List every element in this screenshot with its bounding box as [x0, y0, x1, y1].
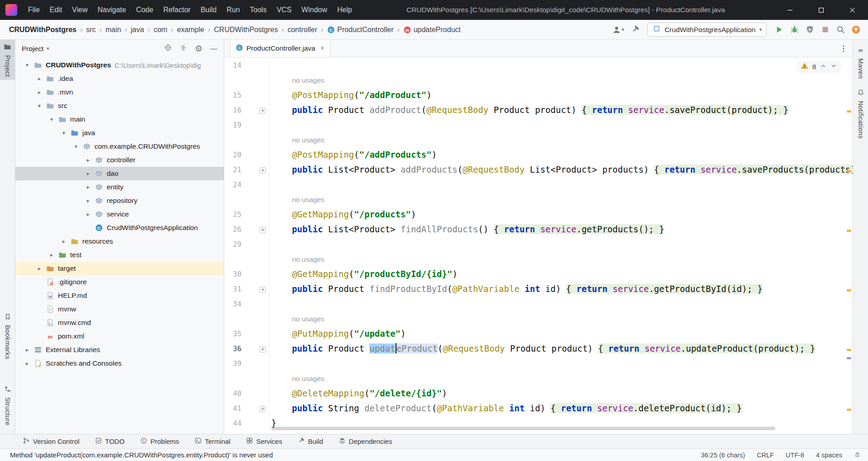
code-line[interactable]: 19	[224, 118, 853, 132]
previous-warning-button[interactable]	[820, 63, 826, 71]
code-line[interactable]: 15 @PostMapping("/addProduct")	[224, 88, 853, 103]
chevron-collapsed-icon[interactable]: ▸	[34, 75, 45, 82]
error-stripe[interactable]	[847, 57, 851, 434]
code-editor[interactable]: 14no usages15 @PostMapping("/addProduct"…	[224, 57, 853, 434]
run-configuration-select[interactable]: CrudWithPostgresApplication ▾	[647, 23, 767, 37]
chevron-expanded-icon[interactable]: ▾	[58, 130, 69, 136]
fold-marker-icon[interactable]: +	[259, 167, 266, 174]
chevron-collapsed-icon[interactable]: ▸	[58, 238, 69, 245]
chevron-collapsed-icon[interactable]: ▸	[34, 89, 45, 95]
search-everywhere-button[interactable]	[836, 25, 845, 34]
inlay-hint-line[interactable]: no usages	[224, 132, 853, 147]
menu-code[interactable]: Code	[131, 0, 158, 20]
fold-marker-icon[interactable]: +	[259, 227, 266, 233]
tree-item-mvnw[interactable]: mvnw	[15, 302, 224, 316]
breadcrumb-item-example[interactable]: example	[177, 26, 204, 34]
tree-item-entity[interactable]: ▸entity	[15, 180, 224, 194]
tree-item-target[interactable]: ▸target	[15, 262, 224, 275]
tree-item-com-example-crudwithpostgres[interactable]: ▾com.example.CRUDWithPostgres	[15, 140, 224, 153]
menu-view[interactable]: View	[67, 0, 92, 20]
chevron-collapsed-icon[interactable]: ▸	[83, 211, 94, 217]
build-project-button[interactable]	[630, 25, 640, 34]
close-button[interactable]	[837, 0, 868, 20]
panel-title[interactable]: Project	[22, 45, 43, 53]
maximize-button[interactable]	[806, 0, 837, 20]
menu-help[interactable]: Help	[332, 0, 357, 20]
chevron-collapsed-icon[interactable]: ▸	[83, 170, 94, 177]
code-line[interactable]: 16+ public Product addProduct(@RequestBo…	[224, 103, 853, 118]
code-line[interactable]: 30 @GetMapping("/productById/{id}")	[224, 267, 853, 282]
tree-item-scratches-and-consoles[interactable]: ▸Scratches and Consoles	[15, 357, 224, 370]
chevron-collapsed-icon[interactable]: ▸	[83, 157, 94, 163]
code-line[interactable]: 26+ public List<Product> findAllProducts…	[224, 222, 853, 237]
fold-marker-icon[interactable]: +	[259, 108, 266, 114]
user-button[interactable]: ▾	[612, 25, 624, 35]
tree-item-test[interactable]: ▸test	[15, 248, 224, 262]
toolwindow-todo[interactable]: TODO	[95, 437, 125, 446]
breadcrumb-item-java[interactable]: java	[131, 26, 144, 34]
tree-item-java[interactable]: ▾java	[15, 126, 224, 140]
code-line[interactable]: 34	[224, 296, 853, 311]
breadcrumb-item-crudwithpostgres[interactable]: CRUDWithPostgres	[9, 26, 76, 34]
inlay-hint-line[interactable]: no usages	[224, 252, 853, 267]
tree-item-main[interactable]: ▾main	[15, 113, 224, 126]
code-line[interactable]: 24	[224, 177, 853, 192]
tree-item-mvn[interactable]: ▸.mvn	[15, 85, 224, 99]
code-line[interactable]: 21+ public List<Product> addProducts(@Re…	[224, 162, 853, 177]
code-line[interactable]: 14	[224, 58, 853, 73]
inlay-hint-line[interactable]: no usages	[224, 311, 853, 326]
menu-run[interactable]: Run	[222, 0, 245, 20]
menu-refactor[interactable]: Refactor	[158, 0, 195, 20]
tool-stripe-notifications[interactable]: Notifications	[853, 86, 868, 142]
tree-item-external-libraries[interactable]: ▸External Libraries	[15, 343, 224, 357]
code-line[interactable]: 35 @PutMapping("/update")	[224, 326, 853, 341]
fold-marker-icon[interactable]: +	[259, 346, 266, 353]
menu-navigate[interactable]: Navigate	[93, 0, 131, 20]
tree-item-crudwithpostgres[interactable]: ▾CRUDWithPostgresC:\Users\Limark\Desktop…	[15, 58, 224, 72]
chevron-collapsed-icon[interactable]: ▸	[22, 360, 33, 367]
inspections-widget[interactable]: 8	[796, 61, 842, 73]
toolwindow-dependencies[interactable]: Dependencies	[339, 437, 392, 446]
breadcrumb-item-updateproduct[interactable]: mupdateProduct	[403, 26, 461, 34]
caret-position-widget[interactable]: 36:25 (6 chars)	[701, 452, 745, 459]
inlay-hint-line[interactable]: no usages	[224, 73, 853, 88]
next-warning-button[interactable]	[830, 63, 837, 71]
toolwindow-terminal[interactable]: Terminal	[194, 437, 231, 446]
tree-item-mvnw-cmd[interactable]: mvnw.cmd	[15, 316, 224, 329]
menu-tools[interactable]: Tools	[245, 0, 272, 20]
tool-stripe-structure[interactable]: Structure	[0, 382, 15, 428]
chevron-collapsed-icon[interactable]: ▸	[22, 347, 33, 353]
tab-options-button[interactable]: ⋮	[840, 44, 847, 53]
tool-stripe-maven[interactable]: m Maven	[853, 43, 868, 82]
inlay-hint-line[interactable]: no usages	[224, 192, 853, 207]
breadcrumb-item-com[interactable]: com	[154, 26, 167, 34]
tree-item-idea[interactable]: ▸.idea	[15, 72, 224, 85]
toolwindow-services[interactable]: Services	[246, 437, 283, 446]
chevron-expanded-icon[interactable]: ▾	[22, 62, 33, 68]
breadcrumb-item-main[interactable]: main	[105, 26, 121, 34]
menu-build[interactable]: Build	[196, 0, 222, 20]
fold-marker-icon[interactable]: +	[259, 287, 266, 293]
menu-vcs[interactable]: VCS	[272, 0, 297, 20]
editor-tab[interactable]: C ProductController.java ×	[230, 40, 330, 57]
coverage-button[interactable]	[805, 25, 815, 34]
ide-update-button[interactable]	[851, 25, 861, 34]
run-button[interactable]	[774, 25, 784, 34]
tree-item-crudwithpostgresapplication[interactable]: CCrudWithPostgresApplication	[15, 221, 224, 235]
encoding-widget[interactable]: UTF-8	[786, 452, 804, 459]
menu-edit[interactable]: Edit	[45, 0, 67, 20]
tree-item-resources[interactable]: ▸resources	[15, 235, 224, 248]
toolwindow-problems[interactable]: Problems	[140, 437, 179, 446]
code-line[interactable]: 41+ public String deleteProduct(@PathVar…	[224, 401, 853, 416]
locate-file-button[interactable]	[164, 44, 172, 53]
tool-stripe-bookmarks[interactable]: Bookmarks	[0, 310, 15, 362]
code-line[interactable]: 31+ public Product findProductById(@Path…	[224, 282, 853, 296]
fold-marker-icon[interactable]: +	[259, 406, 266, 412]
breadcrumb-item-controller[interactable]: controller	[288, 26, 317, 34]
tree-item-pom-xml[interactable]: mpom.xml	[15, 329, 224, 343]
tree-item-repository[interactable]: ▸repository	[15, 194, 224, 207]
toolwindow-build[interactable]: Build	[297, 437, 323, 446]
hide-panel-button[interactable]: —	[210, 45, 217, 53]
breadcrumb-item-src[interactable]: src	[86, 26, 96, 34]
tree-item-dao[interactable]: ▸dao	[15, 167, 224, 180]
